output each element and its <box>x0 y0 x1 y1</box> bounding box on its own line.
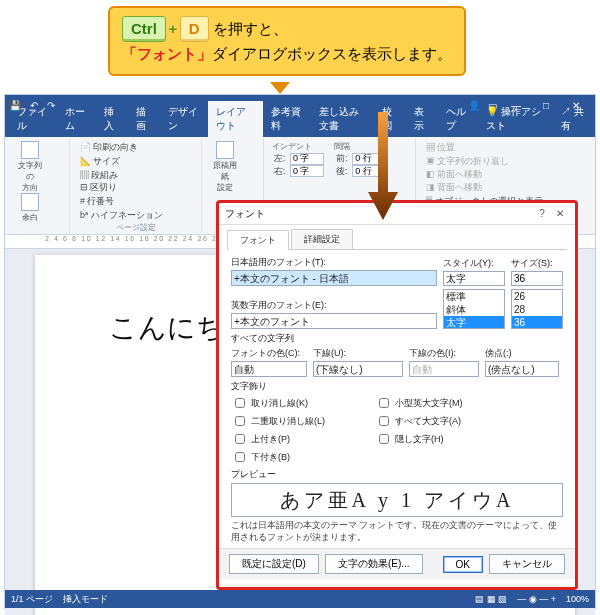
tab-home[interactable]: ホーム <box>57 101 97 137</box>
pointer-arrow-icon <box>368 112 398 222</box>
chk-smallcaps-box[interactable] <box>379 398 389 408</box>
indent-left-input[interactable] <box>290 153 324 165</box>
redo-icon[interactable]: ↷ <box>47 100 55 111</box>
key-ctrl: Ctrl <box>122 16 166 42</box>
underline-color-label: 下線の色(I): <box>409 347 479 360</box>
chk-superscript[interactable]: 上付き(P) <box>231 431 325 447</box>
size-option-2[interactable]: 36 <box>512 316 562 329</box>
size-option-1[interactable]: 28 <box>512 303 562 316</box>
hyphenation-button[interactable]: bᵃ ハイフネーション <box>78 209 166 222</box>
chk-hidden-box[interactable] <box>379 434 389 444</box>
en-font-select[interactable]: +本文のフォント <box>231 313 437 329</box>
chk-subscript-label: 下付き(B) <box>251 451 290 464</box>
style-option-1[interactable]: 斜体 <box>444 303 504 316</box>
chk-dstrike-label: 二重取り消し線(L) <box>251 415 325 428</box>
chk-superscript-label: 上付き(P) <box>251 433 290 446</box>
underline-color-select[interactable]: 自動 <box>409 361 479 377</box>
chk-allcaps[interactable]: すべて大文字(A) <box>375 413 463 429</box>
preview-note: これは日本語用の本文のテーマ フォントです。現在の文書のテーマによって、使用され… <box>231 520 563 544</box>
size-button[interactable]: 📐 サイズ <box>78 155 141 168</box>
group-label-page: ページ設定 <box>72 222 201 233</box>
size-listbox[interactable]: 26 28 36 <box>511 289 563 329</box>
tab-layout[interactable]: レイアウト <box>208 101 264 137</box>
chk-strike-label: 取り消し線(K) <box>251 397 308 410</box>
underline-label: 下線(U): <box>313 347 403 360</box>
emphasis-select[interactable]: (傍点なし) <box>485 361 559 377</box>
chk-subscript-box[interactable] <box>235 452 245 462</box>
status-page[interactable]: 1/1 ページ <box>11 593 53 606</box>
spacing-after-label: 後: <box>334 165 350 178</box>
dialog-tab-font[interactable]: フォント <box>227 230 289 250</box>
manuscript-button[interactable]: 原稿用紙 設定 <box>210 141 240 193</box>
style-option-0[interactable]: 標準 <box>444 290 504 303</box>
undo-icon[interactable]: ↶ <box>30 100 38 111</box>
tab-references[interactable]: 参考資料 <box>263 101 311 137</box>
wrap-text-button[interactable]: ▣ 文字列の折り返し <box>424 155 512 168</box>
font-dialog: フォント ? ✕ フォント 詳細設定 日本語用のフォント(T): +本文のフォン… <box>216 200 578 590</box>
chk-strike-box[interactable] <box>235 398 245 408</box>
tell-me[interactable]: 💡 操作アシスト <box>478 101 553 137</box>
indent-heading: インデント <box>272 141 324 152</box>
tab-insert[interactable]: 挿入 <box>96 101 128 137</box>
chk-smallcaps[interactable]: 小型英大文字(M) <box>375 395 463 411</box>
style-listbox[interactable]: 標準 斜体 太字 <box>443 289 505 329</box>
chk-allcaps-box[interactable] <box>379 416 389 426</box>
document-text[interactable]: こんにち <box>109 309 225 347</box>
font-color-select[interactable]: 自動 <box>231 361 307 377</box>
quick-access-toolbar[interactable]: 💾 ↶ ↷ <box>9 100 61 111</box>
margins-label: 余白 <box>22 212 38 223</box>
size-option-0[interactable]: 26 <box>512 290 562 303</box>
status-zoom[interactable]: 100% <box>566 594 589 604</box>
send-backward-button[interactable]: ◨ 背面へ移動 <box>424 181 545 194</box>
chk-hidden[interactable]: 隠し文字(H) <box>375 431 463 447</box>
callout-tail-icon <box>270 82 290 94</box>
share-label: 共有 <box>561 106 584 131</box>
tab-help[interactable]: ヘルプ <box>438 101 478 137</box>
jp-font-select[interactable]: +本文のフォント - 日本語 <box>231 270 437 286</box>
chk-subscript[interactable]: 下付き(B) <box>231 449 325 465</box>
cancel-button[interactable]: キャンセル <box>489 554 565 574</box>
dialog-title: フォント <box>225 207 265 221</box>
chk-smallcaps-label: 小型英大文字(M) <box>395 397 463 410</box>
view-buttons[interactable]: ▤ ▦ ▧ <box>475 594 507 604</box>
dialog-close-button[interactable]: ✕ <box>551 208 569 219</box>
share-button[interactable]: ↗ 共有 <box>553 101 595 137</box>
position-button[interactable]: ▦ 位置 <box>424 141 512 154</box>
breaks-button[interactable]: ⊟ 区切り <box>78 181 166 194</box>
status-mode[interactable]: 挿入モード <box>63 593 108 606</box>
chk-dstrike-box[interactable] <box>235 416 245 426</box>
set-default-button[interactable]: 既定に設定(D) <box>229 554 319 574</box>
tab-design[interactable]: デザイン <box>160 101 208 137</box>
ribbon-group-page-setup: 📄 印刷の向き 📐 サイズ ▥ 段組み ⊟ 区切り # 行番号 bᵃ ハイフネー… <box>72 139 202 233</box>
dialog-help-button[interactable]: ? <box>533 208 551 219</box>
text-direction-button[interactable]: 文字列の 方向 <box>15 141 45 193</box>
indent-right-label: 右: <box>272 165 288 178</box>
line-numbers-button[interactable]: # 行番号 <box>78 195 166 208</box>
chk-superscript-box[interactable] <box>235 434 245 444</box>
save-icon[interactable]: 💾 <box>9 100 21 111</box>
zoom-slider[interactable]: — ◉ — + <box>517 594 556 604</box>
margins-button[interactable]: 余白 <box>15 193 45 223</box>
style-option-2[interactable]: 太字 <box>444 316 504 329</box>
effects-label: 文字飾り <box>231 380 563 393</box>
style-input[interactable] <box>443 271 505 286</box>
size-input[interactable] <box>511 271 563 286</box>
tab-view[interactable]: 表示 <box>406 101 438 137</box>
chk-strike[interactable]: 取り消し線(K) <box>231 395 325 411</box>
text-direction-label: 文字列の 方向 <box>15 160 45 193</box>
tab-draw[interactable]: 描画 <box>128 101 160 137</box>
dialog-tab-advanced[interactable]: 詳細設定 <box>291 229 353 249</box>
underline-select[interactable]: (下線なし) <box>313 361 403 377</box>
ok-button[interactable]: OK <box>443 556 483 573</box>
orientation-button[interactable]: 📄 印刷の向き <box>78 141 141 154</box>
columns-label: 段組み <box>91 170 118 180</box>
manuscript-label: 原稿用紙 設定 <box>210 160 240 193</box>
text-effects-button[interactable]: 文字の効果(E)... <box>325 554 423 574</box>
spacing-before-label: 前: <box>334 152 350 165</box>
bring-forward-button[interactable]: ◧ 前面へ移動 <box>424 168 545 181</box>
tab-mailings[interactable]: 差し込み文書 <box>311 101 374 137</box>
columns-button[interactable]: ▥ 段組み <box>78 169 141 182</box>
chk-dstrike[interactable]: 二重取り消し線(L) <box>231 413 325 429</box>
indent-right-input[interactable] <box>290 165 324 177</box>
font-color-label: フォントの色(C): <box>231 347 307 360</box>
